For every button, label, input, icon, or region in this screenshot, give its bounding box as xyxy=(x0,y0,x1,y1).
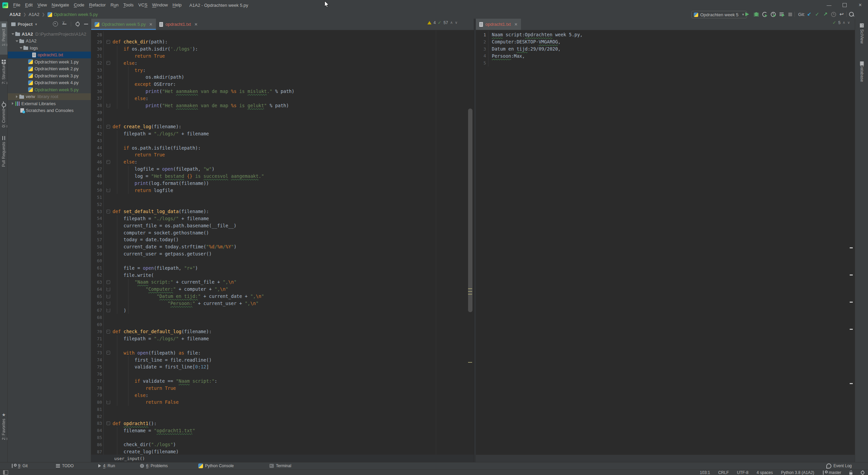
minimize-button[interactable]: — xyxy=(821,0,837,10)
line-number[interactable]: 53 xyxy=(91,209,102,214)
line-number[interactable]: 43 xyxy=(91,138,102,143)
code-line-41[interactable]: 41def create_log(filename): xyxy=(91,123,474,130)
line-number[interactable]: 74 xyxy=(91,357,102,362)
code-line-44[interactable]: 44 if os.path.isfile(filepath): xyxy=(91,144,474,151)
tree-item-opdrachten-week-2-py[interactable]: Opdrachten week 2.py xyxy=(8,65,91,73)
code-area[interactable]: 2829def check_dir(path):30 if os.path.is… xyxy=(91,30,474,455)
chevron-open-icon[interactable] xyxy=(15,40,18,42)
fold-end-icon[interactable] xyxy=(106,301,110,305)
line-number[interactable]: 77 xyxy=(91,378,102,383)
line-number[interactable]: 2 xyxy=(476,39,486,44)
line-number[interactable]: 84 xyxy=(91,428,102,433)
code-line-39[interactable]: 39 xyxy=(91,109,474,116)
run-configuration-select[interactable]: Opdrachten week 5 ▼ xyxy=(691,11,747,18)
tree-item-opdrachten-week-1-py[interactable]: Opdrachten week 1.py xyxy=(8,58,91,65)
fold-end-icon[interactable] xyxy=(106,294,110,298)
fold-start-icon[interactable] xyxy=(106,210,110,213)
lock-icon[interactable] xyxy=(849,472,852,475)
line-number[interactable]: 38 xyxy=(91,103,102,108)
code-line-79[interactable]: 79 else: xyxy=(91,392,474,399)
fold-end-icon[interactable] xyxy=(106,103,110,107)
fold-end-icon[interactable] xyxy=(106,188,110,192)
code-line-34[interactable]: 34 os.mkdir(path) xyxy=(91,74,474,81)
code-line-61[interactable]: 61 file = open(filepath, "r+") xyxy=(91,264,474,271)
line-number[interactable]: 85 xyxy=(91,435,102,440)
debug-button[interactable] xyxy=(753,11,759,17)
menu-code[interactable]: Code xyxy=(72,0,87,10)
fold-start-icon[interactable] xyxy=(106,330,110,334)
line-number[interactable]: 87 xyxy=(91,449,102,454)
line-number[interactable]: 48 xyxy=(91,173,102,178)
line-number[interactable]: 33 xyxy=(91,68,102,73)
line-number[interactable]: 58 xyxy=(91,244,102,249)
code-line-58[interactable]: 58 current_date = today.strftime("%d/%m/… xyxy=(91,243,474,250)
code-line-84[interactable]: 84 filename = "opdracht1.txt" xyxy=(91,427,474,434)
code-line-86[interactable]: 86 check_dir("./logs") xyxy=(91,441,474,448)
code-line-87[interactable]: 87 create_log(filename) xyxy=(91,448,474,455)
code-line-63[interactable]: 63 "Naam script:" + current_file + ",\n" xyxy=(91,279,474,286)
line-number[interactable]: 55 xyxy=(91,223,102,228)
chevron-open-icon[interactable] xyxy=(11,33,14,35)
git-branch-widget[interactable]: master xyxy=(822,470,841,475)
line-number[interactable]: 52 xyxy=(91,202,102,207)
tool-window-button----structure[interactable]: 7: Structure xyxy=(0,60,7,96)
hide-panel-button[interactable] xyxy=(84,24,88,24)
line-number[interactable]: 78 xyxy=(91,385,102,391)
code-line-49[interactable]: 49 print(log.format(filename)) xyxy=(91,179,474,187)
line-number[interactable]: 80 xyxy=(91,400,102,405)
code-line-69[interactable]: 69 xyxy=(91,321,474,328)
line-number[interactable]: 44 xyxy=(91,145,102,150)
line-number[interactable]: 62 xyxy=(91,272,102,278)
menu-file[interactable]: File xyxy=(11,0,23,10)
gear-icon[interactable] xyxy=(861,471,865,474)
tree-item-opdracht1-txt[interactable]: opdracht1.txt xyxy=(8,52,91,59)
tool-window-button----commit[interactable]: 0: Commit xyxy=(0,101,7,134)
line-number[interactable]: 29 xyxy=(91,39,102,44)
event-log-button[interactable]: Event Log xyxy=(826,462,852,469)
tree-item-external-libraries[interactable]: External Libraries xyxy=(8,100,91,107)
git-update-button[interactable]: ↓ xyxy=(806,11,812,17)
code-line-29[interactable]: 29def check_dir(path): xyxy=(91,38,474,45)
scrollbar-thumb[interactable] xyxy=(468,109,472,312)
chevron-down-icon[interactable]: ▼ xyxy=(35,23,38,26)
code-line-38[interactable]: 38 print("Het aanmaken van de map %s is … xyxy=(91,102,474,109)
tool-window-button-sciview[interactable]: SciView xyxy=(855,21,868,51)
line-number[interactable]: 86 xyxy=(91,442,102,447)
code-line-50[interactable]: 50 return logfile xyxy=(91,187,474,194)
code-line-68[interactable]: 68 xyxy=(91,314,474,321)
menu-tools[interactable]: Tools xyxy=(121,0,136,10)
code-line-53[interactable]: 53def set_default_log_data(filename): xyxy=(91,208,474,215)
line-number[interactable]: 61 xyxy=(91,265,102,270)
line-number[interactable]: 40 xyxy=(91,117,102,122)
tree-item-opdrachten-week-5-py[interactable]: Opdrachten week 5.py xyxy=(8,86,91,93)
restore-button[interactable] xyxy=(837,0,852,10)
line-number[interactable]: 72 xyxy=(91,343,102,348)
code-line-60[interactable]: 60 xyxy=(91,258,474,265)
line-number[interactable]: 37 xyxy=(91,96,102,101)
code-line-1[interactable]: 1Naam script:Opdrachten week 5.py, xyxy=(476,31,855,38)
breadcrumb-item[interactable]: Opdrachten week 5.py xyxy=(47,12,98,17)
line-number[interactable]: 59 xyxy=(91,251,102,256)
code-line-77[interactable]: 77 if validate == "Naam script:": xyxy=(91,378,474,385)
code-line-57[interactable]: 57 today = date.today() xyxy=(91,236,474,243)
line-number[interactable]: 49 xyxy=(91,180,102,186)
line-number[interactable]: 79 xyxy=(91,393,102,398)
menu-run[interactable]: Run xyxy=(108,0,121,10)
code-line-28[interactable]: 28 xyxy=(91,31,474,38)
code-line-46[interactable]: 46 else: xyxy=(91,158,474,166)
line-number[interactable]: 76 xyxy=(91,372,102,377)
code-line-70[interactable]: 70def check_for_default_log(filename): xyxy=(91,328,474,335)
fold-start-icon[interactable] xyxy=(106,61,110,65)
tab-opdrachten-week-5-py[interactable]: Opdrachten week 5.py✕ xyxy=(91,19,156,30)
code-line-78[interactable]: 78 return True xyxy=(91,384,474,392)
menu-window[interactable]: Window xyxy=(150,0,170,10)
tool-window-button----problems[interactable]: !6: Problems xyxy=(140,462,168,469)
line-number[interactable]: 60 xyxy=(91,258,102,263)
code-line-56[interactable]: 56 computer = socket.gethostname() xyxy=(91,229,474,236)
line-number[interactable]: 47 xyxy=(91,167,102,172)
breadcrumb-item[interactable]: A1A2 xyxy=(9,12,21,17)
run-with-coverage-button[interactable] xyxy=(770,11,776,17)
status-segment-utf-8[interactable]: UTF-8 xyxy=(737,470,748,475)
editor-scrollbar[interactable] xyxy=(850,30,854,455)
code-line-45[interactable]: 45 return True xyxy=(91,151,474,158)
